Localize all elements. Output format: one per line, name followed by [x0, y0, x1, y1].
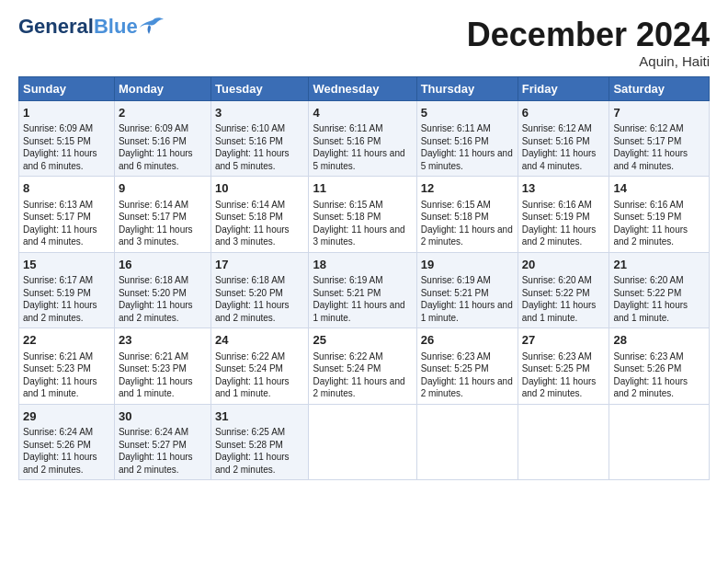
table-row: 5Sunrise: 6:11 AMSunset: 5:16 PMDaylight…: [416, 100, 518, 177]
cell-info: Sunrise: 6:25 AMSunset: 5:28 PMDaylight:…: [215, 427, 290, 475]
table-row: 9Sunrise: 6:14 AMSunset: 5:17 PMDaylight…: [114, 177, 210, 253]
cell-info: Sunrise: 6:15 AMSunset: 5:18 PMDaylight:…: [313, 200, 404, 247]
cell-info: Sunrise: 6:11 AMSunset: 5:16 PMDaylight:…: [313, 123, 404, 171]
cell-info: Sunrise: 6:23 AMSunset: 5:25 PMDaylight:…: [421, 351, 513, 399]
table-row: [609, 404, 710, 480]
table-row: 25Sunrise: 6:22 AMSunset: 5:24 PMDayligh…: [309, 328, 416, 405]
day-number: 6: [522, 105, 606, 121]
day-number: 28: [613, 332, 705, 349]
cell-info: Sunrise: 6:09 AMSunset: 5:15 PMDaylight:…: [23, 123, 97, 171]
cell-info: Sunrise: 6:17 AMSunset: 5:19 PMDaylight:…: [23, 275, 97, 323]
day-number: 16: [119, 257, 207, 273]
cell-info: Sunrise: 6:15 AMSunset: 5:18 PMDaylight:…: [421, 200, 513, 247]
cell-info: Sunrise: 6:22 AMSunset: 5:24 PMDaylight:…: [215, 351, 290, 399]
col-thursday: Thursday: [416, 76, 518, 100]
cell-info: Sunrise: 6:12 AMSunset: 5:17 PMDaylight:…: [613, 123, 688, 171]
cell-info: Sunrise: 6:23 AMSunset: 5:25 PMDaylight:…: [522, 351, 597, 399]
title-area: December 2024 Aquin, Haiti: [467, 17, 710, 69]
table-row: 26Sunrise: 6:23 AMSunset: 5:25 PMDayligh…: [416, 328, 518, 405]
table-row: 19Sunrise: 6:19 AMSunset: 5:21 PMDayligh…: [416, 252, 518, 328]
cell-info: Sunrise: 6:23 AMSunset: 5:26 PMDaylight:…: [613, 351, 688, 399]
day-number: 8: [23, 180, 110, 197]
month-title: December 2024: [467, 17, 710, 53]
day-number: 24: [215, 332, 304, 349]
table-row: 6Sunrise: 6:12 AMSunset: 5:16 PMDaylight…: [518, 100, 609, 177]
day-number: 10: [215, 180, 304, 197]
day-number: 23: [119, 332, 207, 349]
cell-info: Sunrise: 6:22 AMSunset: 5:24 PMDaylight:…: [313, 351, 404, 399]
cell-info: Sunrise: 6:18 AMSunset: 5:20 PMDaylight:…: [119, 275, 193, 323]
calendar-row-1: 1Sunrise: 6:09 AMSunset: 5:15 PMDaylight…: [19, 100, 710, 177]
day-number: 13: [522, 180, 606, 197]
col-wednesday: Wednesday: [309, 76, 416, 100]
calendar-body: 1Sunrise: 6:09 AMSunset: 5:15 PMDaylight…: [19, 100, 710, 480]
day-number: 31: [215, 408, 304, 425]
cell-info: Sunrise: 6:19 AMSunset: 5:21 PMDaylight:…: [421, 275, 513, 323]
table-row: 10Sunrise: 6:14 AMSunset: 5:18 PMDayligh…: [210, 177, 308, 253]
cell-info: Sunrise: 6:09 AMSunset: 5:16 PMDaylight:…: [119, 123, 193, 171]
calendar-row-5: 29Sunrise: 6:24 AMSunset: 5:26 PMDayligh…: [19, 404, 710, 480]
day-number: 21: [613, 257, 705, 273]
table-row: 23Sunrise: 6:21 AMSunset: 5:23 PMDayligh…: [114, 328, 210, 405]
day-number: 26: [421, 332, 514, 349]
day-number: 29: [23, 408, 110, 425]
table-row: 21Sunrise: 6:20 AMSunset: 5:22 PMDayligh…: [609, 252, 710, 328]
cell-info: Sunrise: 6:14 AMSunset: 5:18 PMDaylight:…: [215, 200, 290, 247]
day-number: 12: [421, 180, 514, 197]
table-row: 18Sunrise: 6:19 AMSunset: 5:21 PMDayligh…: [309, 252, 416, 328]
table-row: 22Sunrise: 6:21 AMSunset: 5:23 PMDayligh…: [19, 328, 115, 405]
calendar-row-3: 15Sunrise: 6:17 AMSunset: 5:19 PMDayligh…: [19, 252, 710, 328]
day-number: 22: [23, 332, 110, 349]
day-number: 18: [313, 257, 412, 273]
cell-info: Sunrise: 6:16 AMSunset: 5:19 PMDaylight:…: [613, 200, 688, 247]
table-row: 14Sunrise: 6:16 AMSunset: 5:19 PMDayligh…: [609, 177, 710, 253]
calendar-table: Sunday Monday Tuesday Wednesday Thursday…: [18, 76, 710, 481]
table-row: 20Sunrise: 6:20 AMSunset: 5:22 PMDayligh…: [518, 252, 609, 328]
day-number: 7: [613, 105, 705, 121]
cell-info: Sunrise: 6:11 AMSunset: 5:16 PMDaylight:…: [421, 123, 513, 171]
table-row: 4Sunrise: 6:11 AMSunset: 5:16 PMDaylight…: [309, 100, 416, 177]
logo-text: GeneralBlue: [18, 17, 138, 37]
col-saturday: Saturday: [609, 76, 710, 100]
col-monday: Monday: [114, 76, 210, 100]
day-number: 11: [313, 180, 412, 197]
calendar-row-2: 8Sunrise: 6:13 AMSunset: 5:17 PMDaylight…: [19, 177, 710, 253]
cell-info: Sunrise: 6:13 AMSunset: 5:17 PMDaylight:…: [23, 200, 97, 247]
page: GeneralBlue December 2024 Aquin, Haiti S…: [0, 0, 728, 489]
table-row: 24Sunrise: 6:22 AMSunset: 5:24 PMDayligh…: [210, 328, 308, 405]
day-number: 4: [313, 105, 412, 121]
day-number: 3: [215, 105, 304, 121]
cell-info: Sunrise: 6:14 AMSunset: 5:17 PMDaylight:…: [119, 200, 193, 247]
cell-info: Sunrise: 6:24 AMSunset: 5:27 PMDaylight:…: [119, 427, 193, 475]
day-number: 15: [23, 257, 110, 273]
col-friday: Friday: [518, 76, 609, 100]
table-row: 11Sunrise: 6:15 AMSunset: 5:18 PMDayligh…: [309, 177, 416, 253]
logo-bird-icon: [140, 17, 165, 37]
day-number: 27: [522, 332, 606, 349]
table-row: 31Sunrise: 6:25 AMSunset: 5:28 PMDayligh…: [210, 404, 308, 480]
table-row: [309, 404, 416, 480]
cell-info: Sunrise: 6:21 AMSunset: 5:23 PMDaylight:…: [23, 351, 97, 399]
table-row: [518, 404, 609, 480]
table-row: 8Sunrise: 6:13 AMSunset: 5:17 PMDaylight…: [19, 177, 115, 253]
cell-info: Sunrise: 6:21 AMSunset: 5:23 PMDaylight:…: [119, 351, 193, 399]
table-row: [416, 404, 518, 480]
cell-info: Sunrise: 6:24 AMSunset: 5:26 PMDaylight:…: [23, 427, 97, 475]
table-row: 7Sunrise: 6:12 AMSunset: 5:17 PMDaylight…: [609, 100, 710, 177]
table-row: 27Sunrise: 6:23 AMSunset: 5:25 PMDayligh…: [518, 328, 609, 405]
day-number: 1: [23, 105, 110, 121]
day-number: 2: [119, 105, 207, 121]
cell-info: Sunrise: 6:20 AMSunset: 5:22 PMDaylight:…: [522, 275, 597, 323]
table-row: 2Sunrise: 6:09 AMSunset: 5:16 PMDaylight…: [114, 100, 210, 177]
day-number: 17: [215, 257, 304, 273]
cell-info: Sunrise: 6:16 AMSunset: 5:19 PMDaylight:…: [522, 200, 597, 247]
table-row: 29Sunrise: 6:24 AMSunset: 5:26 PMDayligh…: [19, 404, 115, 480]
table-row: 30Sunrise: 6:24 AMSunset: 5:27 PMDayligh…: [114, 404, 210, 480]
cell-info: Sunrise: 6:10 AMSunset: 5:16 PMDaylight:…: [215, 123, 290, 171]
table-row: 13Sunrise: 6:16 AMSunset: 5:19 PMDayligh…: [518, 177, 609, 253]
calendar-row-4: 22Sunrise: 6:21 AMSunset: 5:23 PMDayligh…: [19, 328, 710, 405]
table-row: 3Sunrise: 6:10 AMSunset: 5:16 PMDaylight…: [210, 100, 308, 177]
day-number: 5: [421, 105, 514, 121]
col-sunday: Sunday: [19, 76, 115, 100]
col-tuesday: Tuesday: [210, 76, 308, 100]
